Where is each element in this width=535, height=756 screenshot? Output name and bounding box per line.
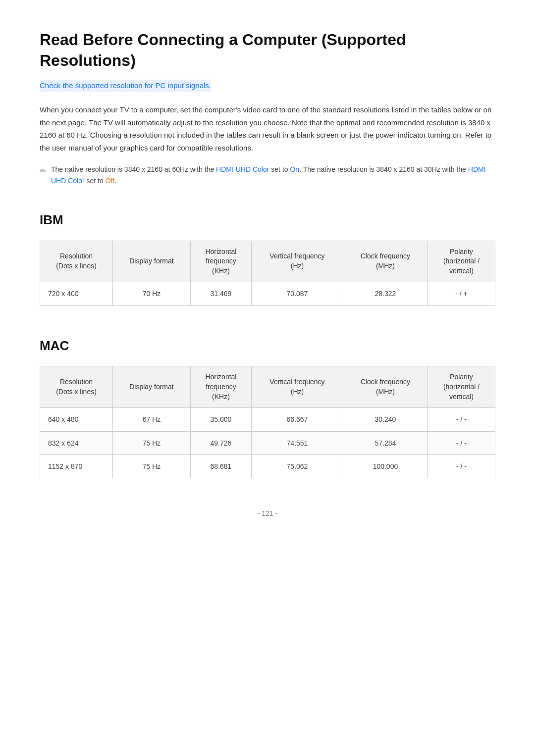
cell-h-freq: 35.000 xyxy=(190,408,251,431)
note-box: ✏ The native resolution is 3840 x 2160 a… xyxy=(40,164,495,186)
note-text-set-2: set to xyxy=(85,177,106,185)
cell-v-freq: 66.667 xyxy=(252,408,343,431)
ibm-col-v-freq: Vertical frequency(Hz) xyxy=(252,241,343,282)
cell-resolution: 1152 x 870 xyxy=(40,454,113,478)
cell-display-format: 75 Hz xyxy=(112,454,190,478)
intro-text: When you connect your TV to a computer, … xyxy=(40,103,495,154)
page-title: Read Before Connecting a Computer (Suppo… xyxy=(40,30,495,71)
ibm-col-clock-freq: Clock frequency(MHz) xyxy=(343,241,428,282)
cell-v-freq: 75.062 xyxy=(252,454,343,478)
ibm-col-polarity: Polarity(horizontal /vertical) xyxy=(428,241,495,282)
cell-display-format: 67 Hz xyxy=(112,408,190,431)
mac-col-v-freq: Vertical frequency(Hz) xyxy=(252,366,343,408)
highlight-link[interactable]: Check the supported resolution for PC in… xyxy=(40,80,211,92)
mac-col-clock-freq: Clock frequency(MHz) xyxy=(343,366,428,408)
ibm-col-display-format: Display format xyxy=(112,241,190,282)
mac-section: MAC Resolution(Dots x lines) Display for… xyxy=(40,336,495,479)
mac-table: Resolution(Dots x lines) Display format … xyxy=(40,366,495,478)
cell-v-freq: 74.551 xyxy=(252,431,343,454)
hdmi-uhd-color-link-1[interactable]: HDMI UHD Color xyxy=(216,165,269,173)
mac-col-polarity: Polarity(horizontal /vertical) xyxy=(428,366,495,408)
mac-table-header-row: Resolution(Dots x lines) Display format … xyxy=(40,366,495,408)
mac-col-resolution: Resolution(Dots x lines) xyxy=(40,366,113,408)
cell-h-freq: 68.681 xyxy=(190,454,251,478)
cell-clock-freq: 28.322 xyxy=(343,282,428,305)
mac-section-title: MAC xyxy=(40,336,495,356)
cell-polarity: - / - xyxy=(428,408,495,431)
ibm-table-header-row: Resolution(Dots x lines) Display format … xyxy=(40,241,495,282)
page-footer: - 121 - xyxy=(40,508,495,519)
cell-clock-freq: 57.284 xyxy=(343,431,428,454)
note-text: The native resolution is 3840 x 2160 at … xyxy=(51,164,495,186)
note-text-after-link1: . The native resolution is 3840 x 2160 a… xyxy=(299,165,468,173)
cell-resolution: 832 x 624 xyxy=(40,431,113,454)
ibm-col-h-freq: Horizontalfrequency(KHz) xyxy=(190,241,251,282)
note-text-end: . xyxy=(114,177,116,185)
off-value: Off xyxy=(106,177,114,185)
cell-v-freq: 70.087 xyxy=(252,282,343,305)
table-row: 640 x 480 67 Hz 35.000 66.667 30.240 - /… xyxy=(40,408,495,431)
mac-col-h-freq: Horizontalfrequency(KHz) xyxy=(190,366,251,408)
table-row: 720 x 400 70 Hz 31.469 70.087 28.322 - /… xyxy=(40,282,495,305)
note-text-before-link1: The native resolution is 3840 x 2160 at … xyxy=(51,165,216,173)
note-text-set-1: set to xyxy=(269,165,290,173)
cell-resolution: 640 x 480 xyxy=(40,408,113,431)
table-row: 832 x 624 75 Hz 49.726 74.551 57.284 - /… xyxy=(40,431,495,454)
table-row: 1152 x 870 75 Hz 68.681 75.062 100.000 -… xyxy=(40,454,495,478)
ibm-section-title: IBM xyxy=(40,210,495,231)
ibm-section: IBM Resolution(Dots x lines) Display for… xyxy=(40,210,495,306)
cell-polarity: - / - xyxy=(428,454,495,478)
on-value: On xyxy=(290,165,299,173)
cell-polarity: - / - xyxy=(428,431,495,454)
cell-resolution: 720 x 400 xyxy=(40,282,113,305)
cell-polarity: - / + xyxy=(428,282,495,305)
mac-col-display-format: Display format xyxy=(112,366,190,408)
cell-h-freq: 49.726 xyxy=(190,431,251,454)
ibm-table: Resolution(Dots x lines) Display format … xyxy=(40,241,495,306)
cell-clock-freq: 30.240 xyxy=(343,408,428,431)
cell-display-format: 70 Hz xyxy=(112,282,190,305)
pencil-icon: ✏ xyxy=(40,165,46,178)
ibm-col-resolution: Resolution(Dots x lines) xyxy=(40,241,113,282)
cell-h-freq: 31.469 xyxy=(190,282,251,305)
cell-clock-freq: 100.000 xyxy=(343,454,428,478)
cell-display-format: 75 Hz xyxy=(112,431,190,454)
